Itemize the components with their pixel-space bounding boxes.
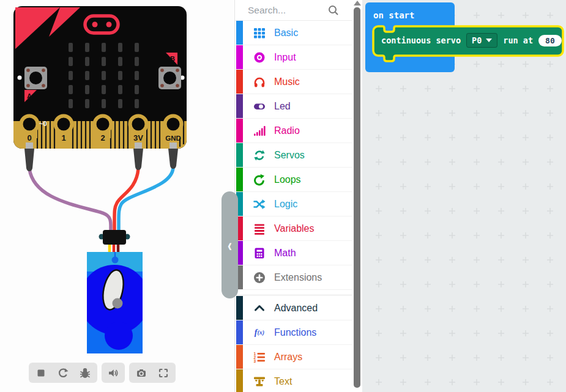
plus-circle-icon	[253, 272, 266, 284]
scrollbar-up-arrow[interactable]	[354, 1, 361, 6]
sim-capture-group	[129, 363, 176, 383]
workspace-canvas[interactable]: on start continuous servo P0 run at 80 %	[362, 0, 566, 392]
toolbox-category-input[interactable]: Input	[235, 45, 352, 70]
toolbox-category-variables[interactable]: Variables	[235, 216, 352, 241]
search-input[interactable]	[248, 5, 333, 16]
debug-button[interactable]	[74, 363, 96, 383]
category-label: Math	[274, 248, 296, 259]
toolbox-category-extensions[interactable]: Extensions	[235, 265, 352, 290]
pin-1[interactable]	[56, 116, 72, 133]
category-color-strip	[236, 94, 243, 118]
category-label: Extensions	[274, 272, 322, 283]
category-label: Radio	[274, 125, 300, 136]
category-label: Advanced	[274, 303, 318, 314]
category-color-strip	[236, 70, 243, 94]
toolbox-category-loops[interactable]: Loops	[235, 168, 352, 192]
toolbox-advanced-toggle[interactable]: Advanced	[235, 296, 352, 320]
stop-button[interactable]	[30, 363, 52, 383]
toolbox-scrollbar	[352, 0, 362, 392]
basic-grid-icon	[253, 27, 266, 39]
speed-value-field[interactable]: 80	[538, 35, 562, 46]
pin-2[interactable]	[95, 116, 111, 133]
category-label: Basic	[274, 28, 298, 39]
pin-0[interactable]	[21, 116, 38, 133]
toolbox-divider	[235, 290, 352, 295]
toolbox-category-logic[interactable]: Logic	[235, 192, 352, 216]
category-label: Arrays	[274, 352, 302, 363]
numbered-list-icon: 123	[253, 351, 266, 363]
servo-plug	[103, 230, 126, 245]
logo-dot	[92, 22, 98, 28]
volume-button[interactable]	[102, 363, 124, 383]
button-b-letter: B	[170, 55, 175, 62]
category-color-strip	[236, 45, 243, 69]
category-color-strip	[236, 21, 243, 45]
chevron-down-icon	[486, 39, 492, 42]
svg-text:3: 3	[254, 359, 256, 363]
list-bars-icon	[253, 223, 266, 235]
category-label: Variables	[274, 223, 315, 234]
category-color-strip	[236, 143, 243, 167]
pin-dropdown[interactable]: P0	[466, 33, 497, 48]
continuous-servo-block[interactable]: continuous servo P0 run at 80 %	[371, 24, 565, 64]
simulator-collapse-handle[interactable]: ‹	[222, 191, 238, 298]
pin-dropdown-value: P0	[472, 35, 482, 45]
svg-text:3V: 3V	[133, 133, 143, 142]
toolbox-category-text[interactable]: Text	[235, 369, 352, 392]
category-label: Music	[274, 76, 300, 87]
wire-blue-gnd	[119, 168, 173, 231]
servo-block-content: continuous servo P0 run at 80 %	[381, 33, 566, 48]
toolbox-category-servos[interactable]: Servos	[235, 143, 352, 168]
servo-horn-pivot	[113, 298, 123, 309]
svg-text:2: 2	[100, 133, 105, 142]
svg-text:GND: GND	[165, 135, 181, 142]
category-label: Loops	[274, 174, 301, 185]
screenshot-button[interactable]	[130, 363, 152, 383]
servo-block-label: continuous servo	[381, 35, 461, 45]
category-color-strip	[236, 369, 243, 392]
loop-arrow-icon	[253, 174, 266, 186]
toolbox-category-led[interactable]: Led	[235, 94, 352, 119]
button-a-letter: A	[27, 92, 32, 100]
text-kerning-icon	[253, 375, 266, 388]
wire-purple-pin0	[29, 169, 111, 231]
on-start-label: on start	[373, 10, 414, 20]
calculator-icon	[253, 247, 266, 259]
led-toggle-icon	[253, 100, 266, 113]
input-circle-icon	[253, 51, 266, 64]
pin-gnd[interactable]	[165, 116, 182, 133]
simulator-panel: A B	[0, 0, 234, 392]
category-label: Servos	[274, 150, 305, 161]
headphones-icon	[253, 76, 266, 88]
toolbox-search-row	[235, 0, 352, 21]
restart-button[interactable]	[52, 363, 74, 383]
sim-sound-group	[102, 363, 125, 383]
category-color-strip	[236, 345, 243, 369]
toolbox-category-radio[interactable]: Radio	[235, 119, 352, 143]
pin0-value-annotation: ~0	[39, 120, 47, 127]
pin-3v[interactable]	[130, 116, 147, 133]
search-icon[interactable]	[327, 4, 340, 19]
category-label: Logic	[274, 199, 297, 210]
makecode-editor: A B	[0, 0, 566, 392]
run-at-label: run at	[503, 35, 533, 45]
fullscreen-button[interactable]	[152, 363, 174, 383]
toolbox-category-functions[interactable]: f(x) Functions	[235, 320, 352, 345]
toolbox-category-arrays[interactable]: 123 Arrays	[235, 345, 352, 369]
toolbox-category-basic[interactable]: Basic	[235, 21, 352, 45]
button-b[interactable]	[158, 67, 185, 89]
signal-bars-icon	[253, 125, 266, 137]
svg-text:0: 0	[27, 133, 31, 142]
scrollbar-thumb[interactable]	[354, 7, 360, 388]
microbit-simulator: A B	[0, 0, 234, 360]
category-color-strip	[236, 168, 243, 191]
shuffle-icon	[253, 198, 266, 210]
toolbox-category-math[interactable]: Math	[235, 241, 352, 265]
toolbox-category-music[interactable]: Music	[235, 70, 352, 94]
svg-text:1: 1	[61, 133, 65, 142]
sync-arrows-icon	[253, 149, 266, 161]
chevron-up-icon	[253, 302, 266, 314]
servo-motor	[80, 252, 149, 353]
function-fx-icon: f(x)	[253, 327, 266, 339]
sim-control-group	[29, 363, 97, 383]
